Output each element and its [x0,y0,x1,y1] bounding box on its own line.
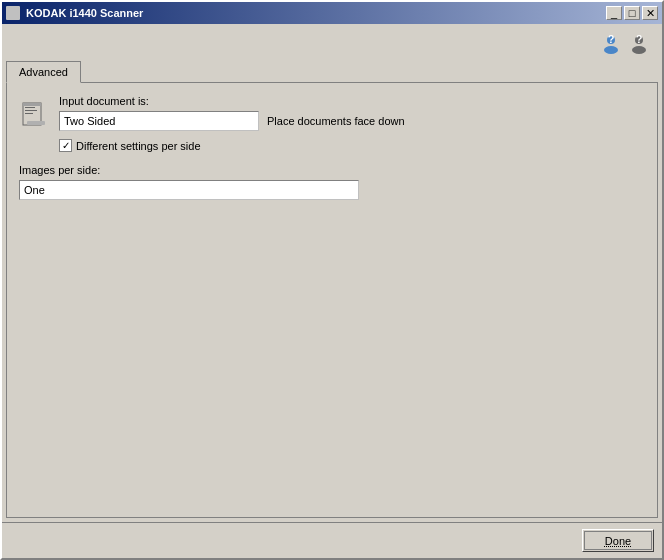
main-window: KODAK i1440 Scanner _ □ ✕ ? [0,0,664,560]
svg-point-4 [632,46,646,54]
checkbox-row: Different settings per side [59,139,645,152]
done-button[interactable]: Done [582,529,654,552]
input-doc-dropdown-row: Two Sided One Sided Place documents face… [59,111,405,131]
window-title: KODAK i1440 Scanner [26,7,143,19]
content-area: Input document is: Two Sided One Sided P… [19,95,645,505]
svg-rect-7 [23,103,41,106]
top-right-icons: ? ? [6,28,658,60]
help-person-icon: ? [599,33,623,57]
svg-rect-11 [25,113,33,114]
title-bar-icon [6,6,20,20]
images-per-side-dropdown[interactable]: One Two Three [19,180,359,200]
scanner-document-icon [19,97,51,129]
tab-content: Input document is: Two Sided One Sided P… [6,82,658,518]
help-question-icon: ? [627,33,651,57]
tab-bar: Advanced [6,60,658,82]
input-doc-dropdown-wrapper: Two Sided One Sided [59,111,259,131]
images-per-side-dropdown-wrapper: One Two Three [19,180,645,200]
svg-rect-9 [25,107,35,108]
help-icon-1[interactable]: ? [598,32,624,58]
images-per-side-label: Images per side: [19,164,645,176]
input-doc-label: Input document is: [59,95,405,107]
svg-rect-8 [27,121,45,125]
help-icon-2[interactable]: ? [626,32,652,58]
maximize-button[interactable]: □ [624,6,640,20]
face-down-text: Place documents face down [267,115,405,127]
svg-text:?: ? [608,33,615,45]
images-per-side-section: Images per side: One Two Three [19,164,645,200]
tab-advanced[interactable]: Advanced [6,61,81,83]
svg-text:?: ? [636,33,643,45]
svg-rect-10 [25,110,37,111]
svg-point-1 [604,46,618,54]
minimize-button[interactable]: _ [606,6,622,20]
title-bar: KODAK i1440 Scanner _ □ ✕ [2,2,662,24]
input-doc-row: Input document is: Two Sided One Sided P… [19,95,645,131]
input-doc-dropdown[interactable]: Two Sided One Sided [59,111,259,131]
input-doc-controls: Input document is: Two Sided One Sided P… [59,95,405,131]
bottom-bar: Done [2,522,662,558]
title-bar-controls: _ □ ✕ [606,6,658,20]
different-settings-checkbox[interactable] [59,139,72,152]
window-body: ? ? Advanced [2,24,662,522]
checkbox-label: Different settings per side [76,140,201,152]
close-button[interactable]: ✕ [642,6,658,20]
